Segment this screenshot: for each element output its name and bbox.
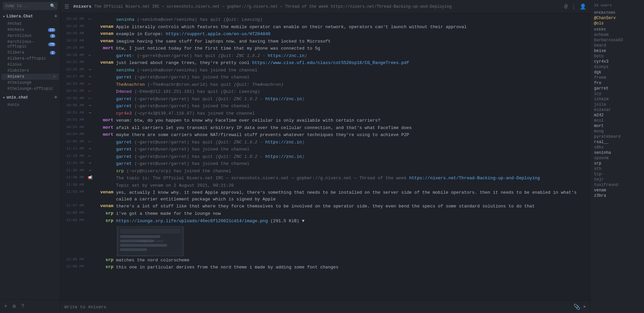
message-row: 10:54 AM mort afaik all carriers let you… <box>60 124 590 132</box>
message-spacer <box>87 60 93 60</box>
user-item-chanserv[interactable]: @ChanServ <box>591 15 644 21</box>
user-item-spoonm[interactable]: spoonm <box>591 155 644 161</box>
user-item-beto[interactable]: beto <box>591 54 644 59</box>
user-item-rsal[interactable]: rsal__ <box>591 139 644 145</box>
message-nick <box>93 182 113 183</box>
send-icon[interactable]: ➤ <box>583 304 586 310</box>
quit-icon: ← <box>87 139 93 144</box>
join-icon: → <box>87 110 93 115</box>
messages-area[interactable]: 10:15 AM ← seninha (~seninha@user/seninh… <box>60 13 590 301</box>
message-link[interactable]: https://znc.in <box>268 53 305 58</box>
message-content: this one in particular derives from the … <box>116 264 588 271</box>
user-item-seninha[interactable]: seninha <box>591 150 644 155</box>
user-item-mcol[interactable]: mcol <box>591 118 644 123</box>
message-row: 10:27 AM → garret (~garret@user/garret) … <box>60 74 590 81</box>
channel-item-linux[interactable]: #linux <box>1 62 59 68</box>
close-channel-icon[interactable]: ✕ <box>53 75 55 79</box>
channel-item-unix[interactable]: #unix <box>1 102 59 108</box>
user-item-dgk[interactable]: dgk <box>591 70 644 75</box>
user-item-srp[interactable]: srp <box>591 161 644 166</box>
server-header-unix[interactable]: ▾ unix.chat + <box>0 93 60 102</box>
message-content: i've got a theme made for the lounge now <box>116 210 588 217</box>
user-item-ols[interactable]: @ols <box>591 21 644 26</box>
user-item-m242[interactable]: m242 <box>591 113 644 118</box>
user-item-ishaim[interactable]: ishaim <box>591 97 644 102</box>
image-link[interactable]: https://lounge.srp.life/uploads/46ec0f12… <box>116 218 268 224</box>
user-item-tuxifreund[interactable]: tuxifreund <box>591 182 644 188</box>
channel-item-libera-offtopic[interactable]: #libera-offtopic <box>1 56 59 62</box>
users-section-title: Users <box>591 26 644 32</box>
user-item-z3bra[interactable]: z3bra <box>591 193 644 198</box>
channel-item-nixers[interactable]: #nixers ✕ <box>1 74 59 80</box>
channel-item-thelounge[interactable]: #thelounge <box>1 80 59 86</box>
search-input[interactable] <box>5 4 50 8</box>
message-nick <box>93 110 113 111</box>
message-content: D4mned (~D4mn@212.101.251.181) has quit … <box>116 88 588 95</box>
channel-item-thelounge-offtopic[interactable]: #thelounge-offtopic <box>1 86 59 92</box>
help-icon[interactable]: ? <box>20 303 26 310</box>
channel-item-lobsters[interactable]: #lobsters <box>1 68 59 74</box>
user-item-beise[interactable]: beise <box>591 48 644 54</box>
server-header-libera[interactable]: ▾ Libera.Chat + <box>0 12 60 21</box>
message-row: 12:05 PM srp https://lounge.srp.life/upl… <box>60 217 590 257</box>
message-nick <box>93 161 113 161</box>
message-link[interactable]: https://znc.in <box>265 154 302 159</box>
message-row: 10:15 AM venam example in Europe: https:… <box>60 30 590 38</box>
user-item-jolia[interactable]: jolia <box>591 102 644 107</box>
message-row: 10:15 AM ← seninha (~seninha@user/seninh… <box>60 16 590 23</box>
channel-item-chess[interactable]: ##chess 13 <box>1 27 59 33</box>
message-row: 10:43 AM ← D4mned (~D4mn@212.101.251.181… <box>60 88 590 96</box>
message-time: 12:05 PM <box>63 218 87 222</box>
user-item-sth[interactable]: sth <box>591 166 644 172</box>
message-link[interactable]: https://nixers.net/Thread-Backing-up-and… <box>409 176 540 181</box>
mention-icon[interactable]: @ <box>564 4 568 10</box>
user-item-fro[interactable]: fro <box>591 80 644 86</box>
user-item-mort[interactable]: mort <box>591 123 644 129</box>
user-item-beard[interactable]: beard <box>591 43 644 48</box>
user-item-icy[interactable]: icy <box>591 91 644 97</box>
message-nick: venam <box>93 24 113 29</box>
user-item-dionys[interactable]: dionys <box>591 64 644 70</box>
menu-icon[interactable]: ☰ <box>64 3 69 10</box>
message-nick <box>93 16 113 17</box>
user-item-pyratebeard[interactable]: pyratebeard <box>591 134 644 139</box>
user-item-s0kx[interactable]: s0kx <box>591 145 644 150</box>
message-link[interactable]: https://support.apple.com/en-us/HT204040 <box>166 32 270 37</box>
message-time: 10:15 AM <box>63 24 87 28</box>
message-link[interactable]: https://znc.in <box>265 140 302 145</box>
search-bar[interactable]: 🔍 <box>3 2 57 10</box>
chat-input[interactable] <box>64 305 571 310</box>
user-item-garret[interactable]: garret <box>591 86 644 91</box>
channel-item-hatchat[interactable]: ##chat <box>1 21 59 27</box>
user-item-tcp[interactable]: tcp- <box>591 172 644 177</box>
channel-item-libera[interactable]: #libera 2 <box>1 50 59 56</box>
add-channel-button-libera[interactable]: + <box>54 13 57 19</box>
message-link[interactable]: https://znc.in <box>265 97 302 102</box>
message-content: maybe there are some carriers whose NAT/… <box>116 132 588 138</box>
message-row: 10:33 AM ← TheAnachron (~TheAnachr@cron.… <box>60 81 590 88</box>
message-nick: mort <box>93 45 113 51</box>
message-nick <box>93 96 113 96</box>
message-link[interactable]: https://www.cise.ufl.edu/class/cot5520sp… <box>252 60 409 65</box>
sidebar-footer: + ⚙ ? <box>0 299 60 313</box>
user-item-cyr4x3[interactable]: cyr4x3 <box>591 59 644 64</box>
user-item-movg[interactable]: movg <box>591 129 644 134</box>
channel-item-archlinux-offtopic[interactable]: #archlinux-offtopic 75 <box>1 39 59 50</box>
add-channel-button-unix[interactable]: + <box>54 95 57 101</box>
settings-icon[interactable]: ⚙ <box>11 302 17 310</box>
message-content: srp (~srp@nixers/srp) has joined the cha… <box>116 168 588 175</box>
channel-item-archlinux[interactable]: #archlinux 3 <box>1 33 59 39</box>
user-item-freem[interactable]: freem <box>591 75 644 80</box>
user-item-venam[interactable]: venam <box>591 188 644 193</box>
topbar: ☰ #nixers The Official Nixers.net IRC — … <box>60 0 590 13</box>
user-item-tejr[interactable]: tejr <box>591 177 644 182</box>
user-item-barbarossa93[interactable]: barbarossa93 <box>591 38 644 43</box>
user-item-kolexar[interactable]: kolexar <box>591 107 644 113</box>
user-item-acheam[interactable]: acheam <box>591 32 644 38</box>
message-content: cyr4x3 (~cyr4x3@139.47.116.87) has joine… <box>116 110 588 117</box>
users-icon[interactable]: 👤 <box>580 3 586 10</box>
attach-file-icon[interactable]: 📎 <box>574 304 580 310</box>
message-row: 11:11 AM → garret (~garret@user/garret) … <box>60 146 590 153</box>
more-options-icon[interactable]: ⋮ <box>571 3 576 10</box>
add-network-button[interactable]: + <box>3 303 9 310</box>
